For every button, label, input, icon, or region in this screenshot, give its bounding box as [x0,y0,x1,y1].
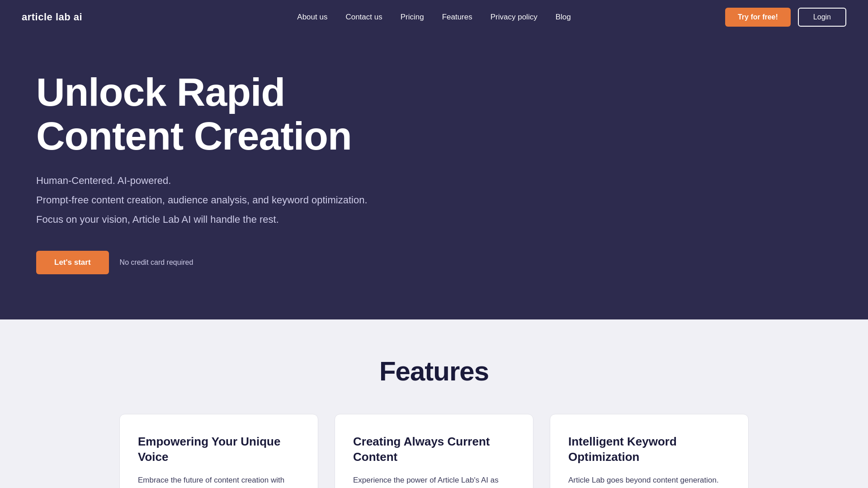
feature-card-voice-title: Empowering Your Unique Voice [138,434,300,465]
features-grid: Empowering Your Unique Voice Embrace the… [54,414,814,488]
login-button[interactable]: Login [798,8,846,27]
nav-links: About us Contact us Pricing Features Pri… [297,13,571,22]
feature-card-current-title: Creating Always Current Content [353,434,515,465]
hero-subtitle-line3: Focus on your vision, Article Lab AI wil… [36,211,443,227]
lets-start-button[interactable]: Let's start [36,251,109,274]
feature-card-voice: Empowering Your Unique Voice Embrace the… [119,414,318,488]
features-section-title: Features [54,356,814,387]
nav-link-blog[interactable]: Blog [556,13,571,22]
hero-cta-row: Let's start No credit card required [36,251,832,274]
nav-link-privacy[interactable]: Privacy policy [491,13,538,22]
nav-link-about-us[interactable]: About us [297,13,327,22]
feature-card-keyword-title: Intelligent Keyword Optimization [568,434,730,465]
feature-card-keyword-desc: Article Lab goes beyond content generati… [568,474,730,486]
navbar: article lab ai About us Contact us Prici… [0,0,868,34]
feature-card-current-desc: Experience the power of Article Lab's AI… [353,474,515,486]
nav-link-pricing[interactable]: Pricing [401,13,424,22]
nav-link-features[interactable]: Features [442,13,472,22]
hero-section: Unlock Rapid Content Creation Human-Cent… [0,34,868,319]
hero-subtitle-line2: Prompt-free content creation, audience a… [36,192,443,208]
navbar-actions: Try for free! Login [725,8,846,27]
features-section: Features Empowering Your Unique Voice Em… [0,319,868,488]
nav-link-contact-us[interactable]: Contact us [345,13,382,22]
try-for-free-button[interactable]: Try for free! [725,8,791,27]
brand-logo[interactable]: article lab ai [22,11,82,23]
hero-title: Unlock Rapid Content Creation [36,70,407,158]
hero-subtitle-line1: Human-Centered. AI-powered. [36,173,443,188]
feature-card-voice-desc: Embrace the future of content creation w… [138,474,300,486]
feature-card-current: Creating Always Current Content Experien… [335,414,533,488]
no-credit-card-note: No credit card required [120,258,193,267]
feature-card-keyword: Intelligent Keyword Optimization Article… [550,414,749,488]
